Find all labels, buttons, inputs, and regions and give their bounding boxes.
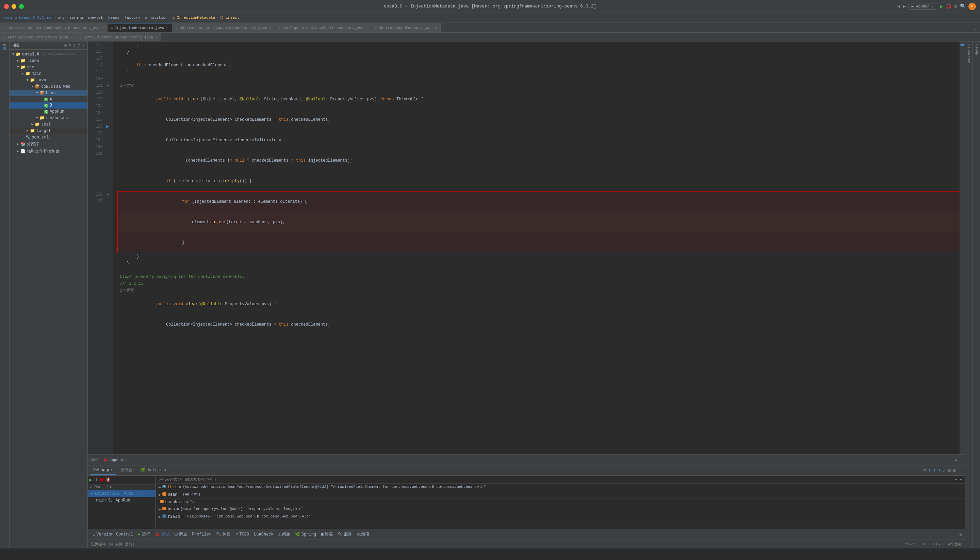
spring-button[interactable]: 🌿 Spring <box>293 531 318 538</box>
tree-item-pom[interactable]: 🔧 pom.xml <box>10 134 87 140</box>
apprun-debug-label[interactable]: 🐞 AppRun ✕ <box>103 457 127 462</box>
profiler-button[interactable]: Profiler <box>190 532 214 538</box>
tab-abstractbean[interactable]: ☕ AbstractBeanFactory.java ✕ <box>371 23 441 32</box>
breadcrumb-item-sf[interactable]: springframework <box>69 16 103 20</box>
debug-step-into-icon[interactable]: ⬇ <box>933 467 936 473</box>
build-button[interactable]: 🔨 构建 <box>214 531 233 538</box>
gutter[interactable]: ▶ ◆ ◆ <box>105 42 113 454</box>
debug-close-icon[interactable]: — <box>960 458 962 462</box>
add-watch-icon[interactable]: + <box>955 477 957 482</box>
tree-item-temp[interactable]: ▶ 📄 临时文件和控制台 <box>10 148 87 155</box>
tab-abstractautowire[interactable]: ☕ AbstractAutowireCapableBeanFactory.jav… <box>172 23 275 32</box>
tree-item-package[interactable]: ▼ 📦 com.ossa.web <box>10 83 87 90</box>
debug-step-over-icon[interactable]: ⬇ <box>928 467 931 473</box>
encoding-indicator: UTF-8 <box>931 542 943 547</box>
tree-item-resources[interactable]: ▼ 📁 resources <box>10 115 87 121</box>
maven-icon[interactable]: Maven <box>975 44 978 55</box>
nav-back-icon[interactable]: ◀ <box>897 3 900 9</box>
breadcrumb-item-jar[interactable]: spring-beans-6.0.2.jar <box>3 16 53 20</box>
tab-defaultlistable[interactable]: ☕ DefaultListableBeanFactory.java ✕ <box>76 33 161 41</box>
actuator-tab[interactable]: 🌿 Actuator <box>137 466 170 475</box>
problems-button[interactable]: ⚠ 问题 <box>276 531 292 538</box>
tab-close-abstractbeandef[interactable]: ✕ <box>70 35 72 40</box>
breadcrumb-item-annotation[interactable]: annotation <box>145 16 167 20</box>
tab-close-abstractbean[interactable]: ✕ <box>435 26 437 30</box>
tab-close-injection[interactable]: ✕ <box>167 26 168 30</box>
tab-abstractbeandef[interactable]: ☕ AbstractBeanDefinition.java ✕ <box>0 33 76 41</box>
breakpoints-button[interactable]: ⬡ 断点 <box>172 531 189 538</box>
tree-item-class-apprun[interactable]: C AppRun <box>10 108 87 115</box>
debug-run-to-cursor-icon[interactable]: ↗ <box>943 467 946 473</box>
tree-item-target[interactable]: ▶ 📁 target <box>10 128 87 134</box>
tab-close-config[interactable]: ✕ <box>365 26 368 30</box>
watch-menu-icon[interactable]: ▾ <box>960 477 962 482</box>
tree-item-class-b[interactable]: C B <box>10 102 87 108</box>
tree-item-class-a[interactable]: C A <box>10 96 87 102</box>
tree-item-root[interactable]: ▼ 📁 ossa3.0 ~/java/java/secki <box>10 51 87 57</box>
breadcrumb-item-class[interactable]: ☕ InjectionMetadata <box>173 15 215 20</box>
maximize-button[interactable] <box>19 4 24 9</box>
debug-button[interactable]: 🐞 <box>946 3 952 9</box>
run-button[interactable]: ▶ <box>940 3 943 10</box>
minimize-button[interactable] <box>12 4 16 9</box>
tree-item-src[interactable]: ▼ 📁 src <box>10 64 87 70</box>
console-tab[interactable]: 控制台 <box>118 466 135 475</box>
window-title: ossa3.0 – InjectionMetadata.java [Maven:… <box>384 4 596 9</box>
code-scroll[interactable]: 115 116 117 118 119 120 121 122 123 124 … <box>88 42 965 454</box>
terminal-button[interactable]: ▦ 终端 <box>319 531 335 538</box>
run-button-bottom[interactable]: ▶ 运行 <box>136 531 152 538</box>
more-tabs-button[interactable]: ⋯ <box>972 27 980 32</box>
tree-item-idea[interactable]: ▶ 📁 .idea <box>10 57 87 64</box>
tree-item-test[interactable]: ▶ 📁 test <box>10 121 87 128</box>
debug-settings-icon[interactable]: ⚙ <box>955 457 957 462</box>
debug-button-bottom[interactable]: 🐞 调试 <box>153 531 172 538</box>
debug-filter-icon[interactable]: ≡ <box>923 468 926 473</box>
pause-button[interactable]: ⏸ <box>93 477 98 483</box>
more-button[interactable]: ⚙ <box>955 3 957 9</box>
version-control-button[interactable]: ☁ Version Control <box>90 531 135 538</box>
tab-close-autowired[interactable]: ✕ <box>102 26 104 30</box>
breadcrumb-item-method[interactable]: ⬡ inject <box>220 15 239 20</box>
luacheck-button[interactable]: LuaCheck <box>252 532 276 538</box>
sidebar-close-icon[interactable]: ✕ <box>82 43 85 48</box>
bookmark-icon[interactable]: Bookmarks <box>967 44 971 64</box>
breadcrumb-item-org[interactable]: org <box>58 16 65 20</box>
close-button[interactable] <box>4 4 9 9</box>
tree-item-bean[interactable]: ▼ 📦 bean <box>10 90 87 96</box>
frame-item-main[interactable]: main:9, AppRun <box>88 497 155 504</box>
tab-autowired[interactable]: ☕ AutowiredAnnotationBeanPostProcessor.j… <box>0 23 108 32</box>
apprun-button[interactable]: ▶ AppRun ▾ <box>908 3 937 10</box>
bottom-toolbar: ☁ Version Control ▶ 运行 🐞 调试 ⬡ 断点 Profile… <box>88 529 965 540</box>
frame-item-inject[interactable]: ↩ inject:692, Auto... <box>88 490 155 497</box>
sidebar-collapse-icon[interactable]: ≡ <box>69 43 71 48</box>
debug-step-out-icon[interactable]: ⬆ <box>938 467 940 473</box>
sidebar-settings-icon[interactable]: ⚙ <box>78 43 80 48</box>
breadcrumb-item-beans[interactable]: beans <box>108 16 120 20</box>
debugger-tab[interactable]: Debugger <box>90 467 116 475</box>
debug-table-icon[interactable]: ⊞ <box>953 467 955 473</box>
expand-panel-icon[interactable]: ⊞ <box>960 532 962 537</box>
tab-close-abstract[interactable]: ✕ <box>270 26 272 30</box>
var-row-bean: ▶ ○ bean = {A@6102} <box>156 491 965 499</box>
structure-icon[interactable]: ☰ <box>3 43 7 48</box>
stop-button[interactable]: ⏹ <box>99 477 104 483</box>
todo-button[interactable]: ≡ TODO <box>233 532 251 538</box>
project-icon[interactable]: 项目 <box>2 50 8 55</box>
mute-breakpoints-icon[interactable]: 🔇 <box>105 477 111 482</box>
nav-forward-icon[interactable]: ▶ <box>903 3 905 9</box>
dependencies-button[interactable]: 依赖项 <box>355 531 371 538</box>
tab-injectionmetadata[interactable]: ☕ InjectionMetadata.java ✕ <box>108 23 172 32</box>
tab-close-defaultlistable[interactable]: ✕ <box>155 35 157 40</box>
debug-evaluate-icon[interactable]: ⊟ <box>948 467 950 473</box>
search-icon[interactable]: 🔍 <box>960 3 966 9</box>
sidebar-sort-icon[interactable]: ↕ <box>73 43 75 48</box>
debug-filter2-icon[interactable]: ⋮ <box>958 467 962 473</box>
breadcrumb-item-factory[interactable]: factory <box>125 16 140 20</box>
tree-item-main[interactable]: ▼ 📁 main <box>10 70 87 77</box>
sidebar-gear-icon[interactable]: ⚙ <box>64 43 67 48</box>
tree-item-java[interactable]: ▼ 📁 java <box>10 77 87 83</box>
tree-item-libs[interactable]: ▶ 📚 外部库 <box>10 140 87 148</box>
tab-configclass[interactable]: ☕ ConfigurationClassPostProcessor.java ✕ <box>275 23 372 32</box>
resume-button[interactable]: ▶ <box>89 477 92 483</box>
services-button[interactable]: 🔌 服务 <box>335 531 354 538</box>
